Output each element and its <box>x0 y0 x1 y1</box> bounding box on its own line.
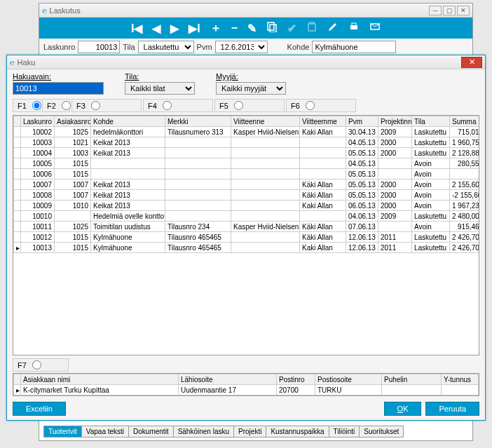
fgroup-row: F1F2F3F4F5F6 <box>7 97 485 114</box>
pvm-select[interactable]: 12.6.2013 <box>215 41 268 53</box>
tab-sähköinen-lasku[interactable]: Sähköinen lasku <box>173 426 234 437</box>
svg-rect-0 <box>268 22 274 30</box>
tab-tiliöinti[interactable]: Tiliöinti <box>329 426 360 437</box>
myyja-select[interactable]: Kaikki myyjät <box>216 82 286 95</box>
table-row[interactable]: 100041003Keikat 201305.05.132000Laskutet… <box>14 148 480 158</box>
filter-row: Hakuavain: Tila: Kaikki tilat Myyjä: Kai… <box>7 69 485 97</box>
ok-button[interactable]: OK <box>384 402 422 416</box>
fgroup-f2: F2 <box>42 99 70 112</box>
hakuavain-input[interactable] <box>13 82 104 95</box>
table-row[interactable]: 10005101504.05.13Avoin280,55 e <box>14 158 480 169</box>
table-row[interactable]: 100111025Toimitilan uudistusTilausnro 23… <box>14 222 480 232</box>
col-header[interactable]: Asiakkaan nimi <box>21 374 179 385</box>
table-row[interactable]: 100081007Keikat 2013Käki Allan05.05.1320… <box>14 190 480 201</box>
main-form-row: Laskunro Tila Laskutettu Pvm 12.6.2013 K… <box>39 39 472 55</box>
tab-suoritukset[interactable]: Suoritukset <box>359 426 404 437</box>
cancel-button[interactable]: Peruuta <box>425 402 479 416</box>
col-header[interactable]: Y-tunnus <box>442 374 479 385</box>
fgroup-f3: F3 <box>71 99 142 112</box>
table-row[interactable]: ▸K-citymarket Turku KupittaaUudenmaantie… <box>14 385 479 395</box>
window-title: Laskutus <box>50 6 429 15</box>
tab-tuoterivit[interactable]: Tuoterivit <box>43 426 82 437</box>
tila-select[interactable]: Laskutettu <box>138 41 194 53</box>
fgroup-f6: F6 <box>286 99 356 112</box>
search-tila-label: Tila: <box>125 72 195 81</box>
col-header[interactable]: Merkki <box>165 116 231 127</box>
col-header[interactable]: Pvm <box>346 116 378 127</box>
dialog-buttons: Exceliin OK Peruuta <box>7 398 485 420</box>
search-tila-select[interactable]: Kaikki tilat <box>125 82 195 95</box>
search-titlebar: ℮ Haku ✕ <box>7 55 485 69</box>
laskunro-input[interactable] <box>78 41 120 53</box>
col-header[interactable]: Summa <box>450 116 480 127</box>
close-button[interactable]: ✕ <box>457 6 470 15</box>
tab-dokumentit[interactable]: Dokumentit <box>128 426 174 437</box>
fgroup-f4: F4 <box>143 99 213 112</box>
col-header[interactable]: Laskunro <box>21 116 55 127</box>
minimize-button[interactable]: ─ <box>429 6 442 15</box>
col-header[interactable]: Postiosoite <box>315 374 382 385</box>
f1-radio[interactable] <box>32 101 41 110</box>
col-header[interactable]: Kohde <box>91 116 165 127</box>
col-header[interactable]: Viitteemme <box>300 116 346 127</box>
f7-radio[interactable] <box>32 360 41 369</box>
table-row[interactable]: 100021025hedelmäkonttoriTilausnumero 313… <box>14 127 480 137</box>
first-icon[interactable]: I◀ <box>131 22 142 35</box>
print-icon[interactable] <box>348 21 360 35</box>
col-header[interactable]: Puhelin <box>382 374 442 385</box>
kohde-input[interactable] <box>312 41 396 53</box>
table-row[interactable]: 100071007Keikat 2013Käki Allan05.05.1320… <box>14 179 480 190</box>
app-logo-icon: ℮ <box>10 58 15 67</box>
app-logo-icon: ℮ <box>42 6 47 15</box>
remove-icon[interactable]: − <box>231 22 238 34</box>
check-icon[interactable]: ✔ <box>287 22 296 35</box>
col-header[interactable]: Lähiosoite <box>179 374 277 385</box>
f2-radio[interactable] <box>62 101 71 110</box>
col-header[interactable]: Asiakasnro <box>55 116 91 127</box>
table-row[interactable]: 100031021Keikat 201304.05.132000Laskutet… <box>14 137 480 148</box>
excel-button[interactable]: Exceliin <box>13 402 66 416</box>
pvm-label: Pvm <box>197 43 212 51</box>
add-icon[interactable]: ＋ <box>210 21 221 36</box>
close-dialog-button[interactable]: ✕ <box>461 57 482 68</box>
f5-radio[interactable] <box>234 101 243 110</box>
last-icon[interactable]: ▶I <box>189 22 200 35</box>
myyja-label: Myyjä: <box>216 72 286 81</box>
copy-icon[interactable] <box>266 21 278 35</box>
f7-group: F7 <box>13 358 69 372</box>
fgroup-f5: F5 <box>214 99 285 112</box>
table-row[interactable]: 10006101505.05.13Avoin <box>14 169 480 179</box>
col-header[interactable]: Viitteenne <box>231 116 300 127</box>
prev-icon[interactable]: ◀ <box>152 22 160 35</box>
edit-icon[interactable]: ✎ <box>247 22 257 35</box>
table-row[interactable]: 10010Hedelmiä ovelle konttori04.06.13200… <box>14 211 480 222</box>
kohde-label: Kohde <box>287 43 310 51</box>
search-dialog: ℮ Haku ✕ Hakuavain: Tila: Kaikki tilat M… <box>6 55 486 421</box>
main-titlebar: ℮ Laskutus ─ ▢ ✕ <box>39 4 472 18</box>
col-header[interactable]: Tila <box>412 116 450 127</box>
bottom-tabs: TuoterivitVapaa tekstiDokumentitSähköine… <box>43 426 403 437</box>
col-header[interactable]: Postinro <box>277 374 315 385</box>
tila-label: Tila <box>123 43 135 51</box>
next-icon[interactable]: ▶ <box>170 22 179 35</box>
fgroup-f1: F1 <box>13 99 41 112</box>
f6-radio[interactable] <box>306 101 315 110</box>
tab-kustannuspaikka[interactable]: Kustannuspaikka <box>266 426 329 437</box>
tab-projekti[interactable]: Projekti <box>233 426 266 437</box>
brush-icon[interactable] <box>327 21 339 35</box>
tab-vapaa-teksti[interactable]: Vapaa teksti <box>81 426 129 437</box>
f4-radio[interactable] <box>163 101 172 110</box>
customer-grid[interactable]: Asiakkaan nimiLähiosoitePostinroPostioso… <box>13 373 479 396</box>
delete-icon[interactable] <box>306 21 317 35</box>
results-grid[interactable]: LaskunroAsiakasnroKohdeMerkkiViitteenneV… <box>13 115 479 355</box>
laskunro-label: Laskunro <box>43 43 75 51</box>
maximize-button[interactable]: ▢ <box>443 6 456 15</box>
svg-rect-1 <box>270 25 276 32</box>
f3-radio[interactable] <box>91 101 100 110</box>
table-row[interactable]: 100121015KylmähuoneTilausnro 465465Käki … <box>14 232 480 243</box>
hakuavain-label: Hakuavain: <box>13 72 104 81</box>
table-row[interactable]: ▸100131015KylmähuoneTilausnro 465465Kaki… <box>14 243 480 253</box>
mail-icon[interactable] <box>369 21 381 35</box>
col-header[interactable]: Projektinro <box>378 116 412 127</box>
table-row[interactable]: 100091010Keikat 2013Kaki Allan06.05.1320… <box>14 201 480 211</box>
